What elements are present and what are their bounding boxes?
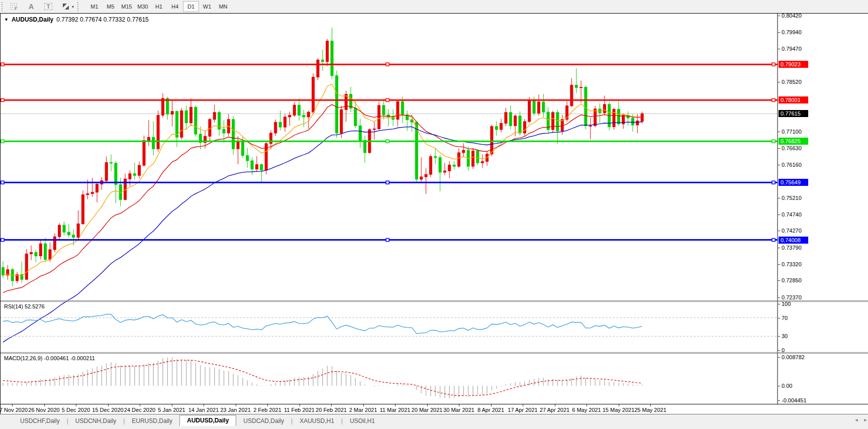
macd-axis-label: -0.004451 [782,397,807,403]
price-axis-label: 0.74270 [782,228,802,234]
date-axis-label: 5 Jan 2021 [158,407,185,413]
toolbar-grip[interactable] [2,2,6,11]
symbol-label: AUDUSD,Daily [12,16,53,23]
macd-axis-label: 0.008782 [782,354,805,360]
current-price-badge: 0.77615 [779,110,808,117]
price-axis-tick [778,49,780,49]
tab-eurusd[interactable]: EURUSD,Daily [125,416,179,426]
text-label-icon-box: T [44,3,53,10]
timeframe-h1[interactable]: H1 [151,1,167,12]
date-axis-tick [204,404,204,406]
timeframe-m15[interactable]: M15 [119,1,135,12]
price-axis-label: 0.74740 [782,211,802,218]
price-axis-label: 0.78520 [782,79,802,85]
tab-usdcnh[interactable]: USDCNH,Daily [68,416,123,426]
timeframe-d1[interactable]: D1 [183,1,199,12]
price-axis-label: 0.76160 [782,162,802,168]
date-axis-label: 24 Dec 2020 [124,407,155,413]
date-axis-tick [108,404,109,406]
price-axis-label: 0.77100 [782,129,802,135]
panel-separator[interactable] [1,353,868,354]
rsi-layer [1,314,778,336]
timeframe-m1[interactable]: M1 [86,1,103,12]
date-axis-tick [236,404,236,406]
date-axis-tick [587,404,587,406]
date-axis-label: 17 Apr 2021 [508,407,537,413]
date-axis-tick [459,404,459,406]
price-axis-label: 0.75210 [782,195,802,201]
date-axis-label: 2 Mar 2021 [349,407,377,413]
arrows-tool-icon-svg [61,3,71,11]
tabbar-scroll-left[interactable]: ◄ [853,417,859,423]
tab-usdchf[interactable]: USDCHF,Daily [13,416,67,426]
price-axis-tick [778,231,780,231]
symbol-dropdown-icon[interactable]: ▼ [4,17,9,22]
date-axis-tick [491,404,492,406]
symbol-tabbar: USDCHF,Daily|USDCNH,Daily|EURUSD,DailyAU… [0,414,868,426]
tab-usoil[interactable]: USOil,H1 [343,416,382,426]
timeframe-w1[interactable]: W1 [199,1,215,12]
date-axis-label: 5 Dec 2020 [62,407,90,413]
timeframe-mn[interactable]: MN [215,1,231,12]
date-axis-tick [267,404,268,406]
rsi-axis-label: 70 [782,315,788,321]
price-axis-label: 0.72850 [782,277,802,283]
price-line-badge: 0.78001 [779,96,808,103]
rsi-label: RSI(14) 52.5276 [4,303,45,309]
date-axis-tick [427,404,428,406]
timeframe-m30[interactable]: M30 [135,1,151,12]
tab-usdcad[interactable]: USDCAD,Daily [236,416,291,426]
date-axis-tick [331,404,332,406]
tab-audusd[interactable]: AUDUSD,Daily [179,415,236,426]
rsi-axis-tick [778,350,780,351]
panel-separator[interactable] [1,352,868,353]
price-axis-label: 0.80420 [782,13,802,19]
grid-snap-icon-svg: F [10,3,19,11]
panel-separator[interactable] [1,301,868,302]
date-axis-label: 15 May 2021 [603,407,635,413]
symbol-title: ▼ AUDUSD,Daily 0.77392 0.77674 0.77332 0… [4,16,149,23]
timeframe-m5[interactable]: M5 [103,1,119,12]
font-a-icon[interactable]: A [25,1,38,12]
date-axis-tick [44,404,45,406]
toolbar-grip-2[interactable] [77,2,81,11]
date-axis-label: 15 Dec 2020 [92,407,123,413]
text-label-icon[interactable]: T [42,1,55,12]
timeframe-h4[interactable]: H4 [167,1,183,12]
candles-layer [2,28,644,286]
ohlc-values: 0.77392 0.77674 0.77332 0.77615 [56,16,149,23]
macd-axis-label: 0.00 [782,383,792,389]
rsi-axis-tick [778,304,780,304]
price-axis-tick [778,165,780,165]
price-axis-tick [778,148,780,149]
price-axis-tick [778,132,780,132]
date-axis-label: 27 Apr 2021 [540,407,569,413]
tab-xauusd[interactable]: XAUUSD,H1 [293,416,341,426]
price-axis-tick [778,198,780,198]
chart-canvas[interactable] [1,14,868,414]
rsi-axis-tick [778,336,780,337]
date-axis-label: 26 Nov 2020 [28,407,59,413]
price-axis-label: 0.79470 [782,46,802,52]
macd-layer [3,357,642,398]
date-axis-label: 23 Jan 2021 [220,407,251,413]
panel-separator[interactable] [1,300,868,301]
price-axis-tick [778,214,780,215]
date-axis-label: 6 May 2021 [572,407,601,413]
chart-bottom-border [1,404,868,404]
macd-axis-tick [778,386,780,386]
arrows-tool-icon[interactable]: ▾ [59,1,76,12]
price-axis-tick [778,264,780,265]
macd-axis-tick [778,400,780,401]
tabbar-scroll-right[interactable]: ► [862,417,868,423]
date-axis-label: 30 Mar 2021 [443,407,474,413]
date-axis-tick [12,404,13,406]
chart-window: ▼ AUDUSD,Daily 0.77392 0.77674 0.77332 0… [0,13,868,414]
rsi-axis-label: 30 [782,333,788,339]
date-axis-label: 14 Jan 2021 [188,407,219,413]
grid-snap-icon[interactable]: F [8,1,21,12]
price-axis-tick [778,280,780,281]
price-axis-label: 0.76630 [782,145,802,151]
date-axis-tick [650,404,651,406]
price-axis-label: 0.72370 [782,294,802,300]
